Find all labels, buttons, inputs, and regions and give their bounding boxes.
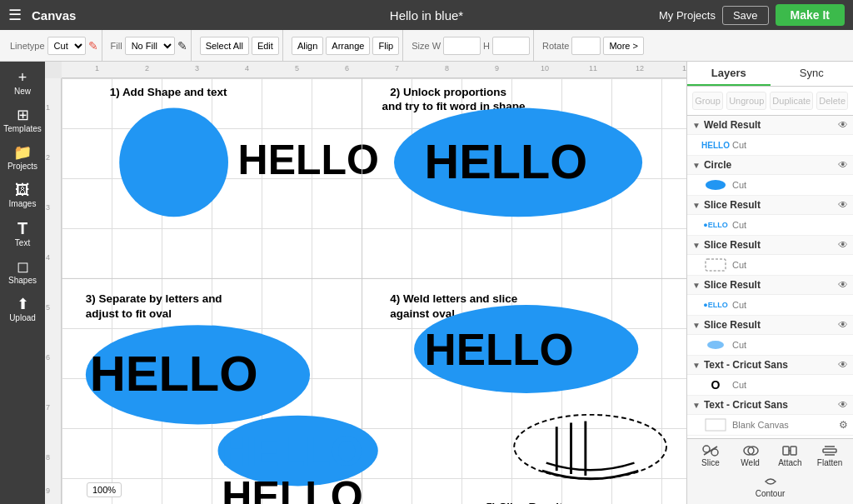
layer-header-text1[interactable]: ▼ Text - Cricut Sans 👁 bbox=[687, 356, 853, 375]
projects-icon: 📁 bbox=[13, 145, 32, 160]
layer-header-slice4[interactable]: ▼ Slice Result 👁 bbox=[687, 316, 853, 335]
edit-button[interactable]: Edit bbox=[252, 37, 279, 55]
menu-icon[interactable]: ☰ bbox=[8, 6, 22, 24]
more-button[interactable]: More > bbox=[603, 37, 644, 55]
layer-thumb-slice2 bbox=[704, 257, 727, 272]
sidebar-item-text[interactable]: T Text bbox=[0, 215, 45, 252]
ruler-vtick: 4 bbox=[46, 253, 50, 262]
blank-canvas-settings-icon[interactable]: ⚙ bbox=[839, 419, 848, 431]
svg-rect-5 bbox=[706, 419, 726, 431]
sidebar-item-upload[interactable]: ⬆ Upload bbox=[0, 292, 45, 327]
contour-button[interactable]: Contour bbox=[692, 473, 848, 501]
eye-icon-text1[interactable]: 👁 bbox=[838, 359, 848, 371]
height-input[interactable] bbox=[492, 37, 530, 55]
layer-item-circle[interactable]: Cut bbox=[687, 175, 853, 196]
canvas-content[interactable]: 1) Add Shape and text HELLO 2) Unlock pr… bbox=[62, 78, 686, 504]
layer-name-text2: Text - Cricut Sans bbox=[704, 399, 838, 411]
ruler-tick: 6 bbox=[345, 64, 349, 72]
flip-button[interactable]: Flip bbox=[372, 37, 399, 55]
make-it-button[interactable]: Make It bbox=[776, 4, 845, 26]
layer-header-slice3[interactable]: ▼ Slice Result 👁 bbox=[687, 276, 853, 295]
ruler-tick: 2 bbox=[145, 64, 149, 72]
eye-icon-slice1[interactable]: 👁 bbox=[838, 199, 848, 211]
layer-header-weld-result[interactable]: ▼ Weld Result 👁 bbox=[687, 116, 853, 135]
eye-icon-slice4[interactable]: 👁 bbox=[838, 319, 848, 331]
attach-label: Attach bbox=[778, 458, 801, 467]
layer-thumb-weld-hello: HELLO bbox=[704, 137, 727, 152]
chevron-icon: ▼ bbox=[692, 401, 701, 410]
eye-icon-circle[interactable]: 👁 bbox=[838, 159, 848, 171]
linetype-select[interactable]: Cut bbox=[47, 37, 86, 55]
sidebar-item-templates[interactable]: ⊞ Templates bbox=[0, 102, 45, 138]
ruler-tick: 8 bbox=[445, 64, 449, 72]
layer-item-slice2[interactable]: Cut bbox=[687, 255, 853, 276]
w-label: W bbox=[432, 41, 441, 51]
svg-point-2 bbox=[706, 180, 726, 190]
layer-item-text1[interactable]: O Cut bbox=[687, 375, 853, 396]
layer-item-slice3[interactable]: ●ELLO Cut bbox=[687, 295, 853, 316]
canvas-area[interactable]: 1 2 3 4 5 6 7 8 9 10 11 12 13 1 2 3 4 5 … bbox=[45, 62, 686, 504]
text-icon: T bbox=[17, 220, 27, 237]
canvas-label: Canvas bbox=[32, 8, 76, 22]
fill-select[interactable]: No Fill bbox=[125, 37, 175, 55]
layer-header-slice2[interactable]: ▼ Slice Result 👁 bbox=[687, 236, 853, 255]
zoom-level[interactable]: 100% bbox=[87, 482, 122, 497]
ruler-tick: 4 bbox=[245, 64, 249, 72]
fill-color-swatch[interactable]: ✎ bbox=[177, 39, 187, 52]
sidebar-item-images[interactable]: 🖼 Images bbox=[0, 177, 45, 213]
group-button[interactable]: Group bbox=[692, 92, 723, 110]
upload-icon: ⬆ bbox=[17, 297, 29, 312]
ruler-tick: 12 bbox=[636, 64, 644, 72]
slice-curve2 bbox=[546, 463, 635, 471]
chevron-icon: ▼ bbox=[692, 121, 701, 130]
eye-icon-slice3[interactable]: 👁 bbox=[838, 279, 848, 291]
width-input[interactable] bbox=[443, 37, 481, 55]
layer-cut-weld: Cut bbox=[732, 140, 746, 150]
layer-item-weld-hello[interactable]: HELLO Cut bbox=[687, 135, 853, 156]
sidebar-item-shapes[interactable]: ◻ Shapes bbox=[0, 254, 45, 290]
select-all-button[interactable]: Select All bbox=[200, 37, 249, 55]
rotate-input[interactable] bbox=[571, 37, 601, 55]
slice-button[interactable]: Slice bbox=[692, 442, 729, 470]
ruler-tick: 9 bbox=[495, 64, 499, 72]
layer-name-circle: Circle bbox=[704, 159, 838, 171]
sidebar-item-new[interactable]: + New bbox=[0, 65, 45, 101]
layer-header-slice1[interactable]: ▼ Slice Result 👁 bbox=[687, 196, 853, 215]
ungroup-button[interactable]: Ungroup bbox=[726, 92, 766, 110]
eye-icon-weld-result[interactable]: 👁 bbox=[838, 119, 848, 131]
eye-icon-slice2[interactable]: 👁 bbox=[838, 239, 848, 251]
arrange-button[interactable]: Arrange bbox=[326, 37, 370, 55]
layer-header-circle[interactable]: ▼ Circle 👁 bbox=[687, 156, 853, 175]
annotation-4b: against oval bbox=[390, 307, 455, 320]
layer-header-text2[interactable]: ▼ Text - Cricut Sans 👁 bbox=[687, 396, 853, 415]
weld-button[interactable]: Weld bbox=[732, 442, 769, 470]
my-projects-button[interactable]: My Projects bbox=[659, 9, 716, 22]
layer-thumb-slice4 bbox=[704, 337, 727, 352]
layer-item-slice4[interactable]: Cut bbox=[687, 335, 853, 356]
size-group: Size W H bbox=[408, 30, 534, 61]
sidebar-new-label: New bbox=[14, 87, 31, 96]
layers-list: ▼ Weld Result 👁 HELLO Cut ▼ Circle 👁 bbox=[687, 116, 853, 438]
attach-button[interactable]: Attach bbox=[772, 442, 809, 470]
flatten-button[interactable]: Flatten bbox=[811, 442, 848, 470]
layer-cut-slice2: Cut bbox=[732, 260, 746, 270]
chevron-icon: ▼ bbox=[692, 161, 701, 170]
top-bar: ☰ Canvas Hello in blue* My Projects Save… bbox=[0, 0, 853, 30]
chevron-icon: ▼ bbox=[692, 321, 701, 330]
tab-layers[interactable]: Layers bbox=[687, 62, 771, 86]
tab-sync[interactable]: Sync bbox=[771, 62, 854, 86]
sidebar-item-projects[interactable]: 📁 Projects bbox=[0, 140, 45, 176]
shape-circle-s1 bbox=[119, 108, 228, 217]
duplicate-button[interactable]: Duplicate bbox=[770, 92, 813, 110]
annotation-3b: adjust to fit oval bbox=[86, 307, 172, 320]
align-button[interactable]: Align bbox=[292, 37, 323, 55]
delete-button[interactable]: Delete bbox=[816, 92, 848, 110]
eye-icon-text2[interactable]: 👁 bbox=[838, 399, 848, 411]
layer-item-slice1[interactable]: ●ELLO Cut bbox=[687, 215, 853, 236]
linetype-color-swatch[interactable]: ✎ bbox=[88, 39, 98, 52]
ruler-top: 1 2 3 4 5 6 7 8 9 10 11 12 13 bbox=[62, 62, 686, 78]
save-button[interactable]: Save bbox=[722, 6, 769, 25]
layer-item-blank-canvas[interactable]: Blank Canvas ⚙ bbox=[687, 415, 853, 436]
toolbar2: Linetype Cut ✎ Fill No Fill ✎ Select All… bbox=[0, 30, 853, 62]
layer-name-weld-result: Weld Result bbox=[704, 119, 838, 131]
